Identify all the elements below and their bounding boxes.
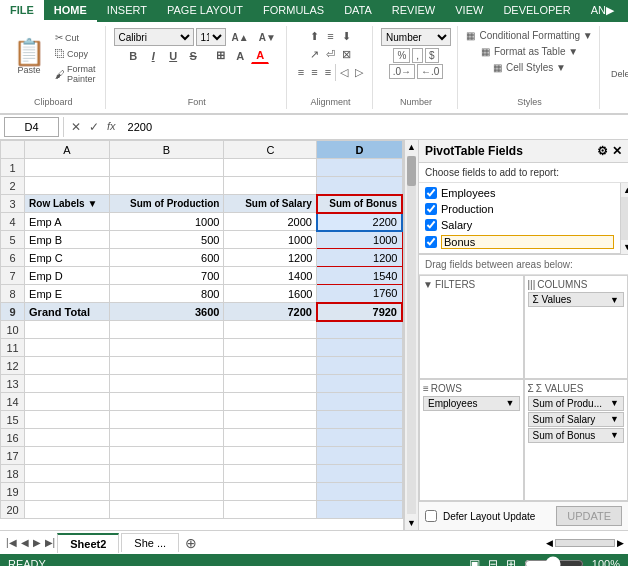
pivot-filters-area[interactable]: ▼ FILTERS <box>419 275 524 379</box>
cell-r9-c2[interactable]: 7200 <box>224 303 317 321</box>
row-header-8[interactable]: 8 <box>1 285 25 303</box>
cell-r14-c0[interactable] <box>25 393 110 411</box>
percent-btn[interactable]: % <box>393 48 410 63</box>
cell-r10-c1[interactable] <box>109 321 224 339</box>
thousand-btn[interactable]: $ <box>425 48 439 63</box>
tab-developer[interactable]: DEVELOPER <box>493 0 580 22</box>
confirm-formula-btn[interactable]: ✓ <box>86 119 102 135</box>
row-header-13[interactable]: 13 <box>1 375 25 393</box>
bonus-checkbox[interactable] <box>425 236 437 248</box>
pivot-rows-area[interactable]: ≡ ROWS Employees ▼ <box>419 379 524 502</box>
row-header-3[interactable]: 3 <box>1 195 25 213</box>
cell-r20-c1[interactable] <box>109 501 224 519</box>
cell-r19-c0[interactable] <box>25 483 110 501</box>
right-align-btn[interactable]: ≡ <box>322 64 334 81</box>
cell-r7-c3[interactable]: 1540 <box>317 267 402 285</box>
sheet-nav-prev[interactable]: ◀ <box>19 537 31 548</box>
cell-r15-c2[interactable] <box>224 411 317 429</box>
cell-r12-c1[interactable] <box>109 357 224 375</box>
cell-r9-c0[interactable]: Grand Total <box>25 303 110 321</box>
font-name-select[interactable]: Calibri <box>114 28 194 46</box>
cell-r18-c1[interactable] <box>109 465 224 483</box>
cell-r2-c2[interactable] <box>224 177 317 195</box>
cell-r19-c3[interactable] <box>317 483 402 501</box>
values-bonus-item[interactable]: Sum of Bonus ▼ <box>528 428 625 443</box>
cell-r20-c2[interactable] <box>224 501 317 519</box>
normal-view-icon[interactable]: ▣ <box>469 557 480 566</box>
row-header-18[interactable]: 18 <box>1 465 25 483</box>
decrease-decimal-btn[interactable]: ←.0 <box>417 64 443 79</box>
sheet-tab-sheet2[interactable]: Sheet2 <box>57 533 119 553</box>
cell-r6-c1[interactable]: 600 <box>109 249 224 267</box>
row-header-17[interactable]: 17 <box>1 447 25 465</box>
row-header-20[interactable]: 20 <box>1 501 25 519</box>
row-header-2[interactable]: 2 <box>1 177 25 195</box>
row-header-12[interactable]: 12 <box>1 357 25 375</box>
cell-r17-c1[interactable] <box>109 447 224 465</box>
salary-checkbox[interactable] <box>425 219 437 231</box>
cell-r7-c0[interactable]: Emp D <box>25 267 110 285</box>
cell-r16-c0[interactable] <box>25 429 110 447</box>
decrease-font-btn[interactable]: A▼ <box>255 30 280 45</box>
row-header-4[interactable]: 4 <box>1 213 25 231</box>
tab-file[interactable]: FILE <box>0 0 44 22</box>
border-button[interactable]: ⊞ <box>211 47 229 64</box>
merge-btn[interactable]: ⊠ <box>339 46 354 63</box>
paste-button[interactable]: 📋 Paste <box>8 36 50 78</box>
page-break-icon[interactable]: ⊞ <box>506 557 516 566</box>
cell-r8-c2[interactable]: 1600 <box>224 285 317 303</box>
insert-function-btn[interactable]: fx <box>104 119 119 135</box>
hscroll-left[interactable]: ◀ <box>546 538 553 548</box>
cell-r1-c0[interactable] <box>25 159 110 177</box>
cell-r14-c2[interactable] <box>224 393 317 411</box>
columns-values-item[interactable]: Σ Values ▼ <box>528 292 625 307</box>
cell-r6-c3[interactable]: 1200 <box>317 249 402 267</box>
col-header-c[interactable]: C <box>224 141 317 159</box>
cell-r13-c0[interactable] <box>25 375 110 393</box>
cell-r17-c3[interactable] <box>317 447 402 465</box>
tab-review[interactable]: REVIEW <box>382 0 445 22</box>
rows-employees-item[interactable]: Employees ▼ <box>423 396 520 411</box>
cell-r8-c1[interactable]: 800 <box>109 285 224 303</box>
increase-font-btn[interactable]: A▲ <box>228 30 253 45</box>
cell-r2-c1[interactable] <box>109 177 224 195</box>
cell-styles-btn[interactable]: ▦ Cell Styles ▼ <box>488 60 571 75</box>
cell-reference-box[interactable] <box>4 117 59 137</box>
col-header-b[interactable]: B <box>109 141 224 159</box>
row-header-1[interactable]: 1 <box>1 159 25 177</box>
cell-r11-c1[interactable] <box>109 339 224 357</box>
cell-r6-c0[interactable]: Emp C <box>25 249 110 267</box>
font-color-button[interactable]: A <box>251 47 269 64</box>
conditional-formatting-btn[interactable]: ▦ Conditional Formatting ▼ <box>461 28 597 43</box>
sheet-nav-first[interactable]: |◀ <box>4 537 19 548</box>
pivot-scroll-up[interactable]: ▲ <box>621 183 628 197</box>
pivot-scroll-track[interactable] <box>621 197 628 240</box>
pivot-close-icon[interactable]: ✕ <box>612 144 622 158</box>
values-production-item[interactable]: Sum of Produ... ▼ <box>528 396 625 411</box>
italic-button[interactable]: I <box>144 48 162 64</box>
orient-btn[interactable]: ↗ <box>307 46 322 63</box>
cell-r1-c2[interactable] <box>224 159 317 177</box>
cell-r7-c1[interactable]: 700 <box>109 267 224 285</box>
tab-formulas[interactable]: FORMULAS <box>253 0 334 22</box>
cell-r14-c1[interactable] <box>109 393 224 411</box>
cell-r18-c3[interactable] <box>317 465 402 483</box>
cell-r3-c1[interactable]: Sum of Production <box>109 195 224 213</box>
values-salary-item[interactable]: Sum of Salary ▼ <box>528 412 625 427</box>
strikethrough-button[interactable]: S <box>184 48 202 64</box>
scroll-track[interactable] <box>407 156 416 514</box>
cell-r5-c1[interactable]: 500 <box>109 231 224 249</box>
wrap-btn[interactable]: ⏎ <box>323 46 338 63</box>
cell-r17-c2[interactable] <box>224 447 317 465</box>
font-size-select[interactable]: 11 <box>196 28 226 46</box>
cell-r12-c2[interactable] <box>224 357 317 375</box>
tab-view[interactable]: VIEW <box>445 0 493 22</box>
zoom-slider[interactable] <box>524 560 584 566</box>
col-header-a[interactable]: A <box>25 141 110 159</box>
cell-r12-c3[interactable] <box>317 357 402 375</box>
cell-r4-c2[interactable]: 2000 <box>224 213 317 231</box>
cell-r10-c2[interactable] <box>224 321 317 339</box>
cell-r15-c0[interactable] <box>25 411 110 429</box>
cell-r13-c2[interactable] <box>224 375 317 393</box>
cell-r20-c0[interactable] <box>25 501 110 519</box>
